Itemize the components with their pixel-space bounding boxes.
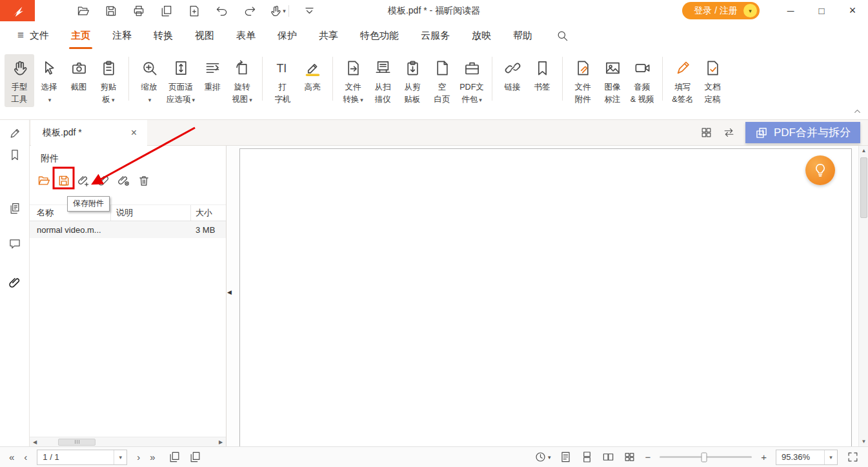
attachment-settings-button[interactable] — [116, 172, 132, 189]
from-scanner-button[interactable]: 从扫 描仪 — [368, 54, 398, 107]
single-page-view-button[interactable] — [560, 451, 572, 463]
tab-grid-button[interactable] — [700, 126, 712, 139]
typewriter-button[interactable]: 打 字机 — [268, 54, 298, 107]
doc-finalize-button[interactable]: 文档 定稿 — [698, 54, 727, 107]
tab-view[interactable]: 视图 — [195, 27, 214, 45]
first-page-button[interactable]: « — [9, 452, 14, 462]
reflow-button[interactable]: 重排 — [197, 54, 227, 95]
undo-button[interactable] — [214, 3, 230, 19]
zoom-button[interactable]: 缩放 ▾ — [134, 54, 164, 107]
assistant-bulb-button[interactable] — [805, 155, 835, 185]
collapse-ribbon-button[interactable] — [851, 106, 863, 115]
previous-page-button[interactable]: ‹ — [24, 452, 27, 462]
customize-quick-access-button[interactable] — [301, 3, 318, 19]
fullscreen-button[interactable] — [847, 451, 859, 463]
grid-view-button[interactable] — [623, 451, 636, 463]
tab-switch-button[interactable] — [723, 126, 735, 139]
zoom-level-select[interactable]: 95.36% ▾ — [776, 450, 838, 465]
auto-scroll-button[interactable]: ▾ — [534, 451, 551, 463]
tab-features[interactable]: 特色功能 — [360, 27, 399, 45]
attachment-row[interactable]: normal video.m... 3 MB — [30, 221, 226, 238]
close-button[interactable]: × — [837, 0, 868, 21]
page-caret-icon[interactable]: ▾ — [114, 450, 126, 464]
link-button[interactable]: 链接 — [498, 54, 527, 95]
pdf-page[interactable] — [239, 148, 852, 446]
select-tool-button[interactable]: 选择 ▾ — [34, 54, 64, 107]
snapshot-button[interactable]: 截图 — [64, 54, 94, 95]
redo-button[interactable] — [241, 3, 258, 19]
column-header-description[interactable]: 说明 — [111, 205, 191, 221]
open-file-button[interactable] — [75, 3, 92, 19]
vertical-scrollbar[interactable]: ▲ ▼ — [858, 146, 868, 446]
comments-panel-button[interactable] — [2, 232, 28, 255]
file-menu-button[interactable]: ≡ 文件 — [17, 29, 49, 42]
tab-comment[interactable]: 注释 — [112, 27, 132, 45]
audio-video-button[interactable]: 音频 & 视频 — [627, 54, 657, 107]
tab-protect[interactable]: 保护 — [278, 27, 297, 45]
tab-form[interactable]: 表单 — [236, 27, 256, 45]
pdf-merge-split-button[interactable]: PDF合并与拆分 — [745, 122, 860, 143]
open-attachment-button[interactable] — [35, 172, 52, 189]
scroll-left-icon[interactable]: ◀ — [30, 439, 40, 445]
previous-view-button[interactable] — [168, 451, 181, 463]
new-doc-button[interactable] — [186, 3, 203, 19]
zoom-in-button[interactable]: + — [761, 452, 767, 462]
image-annotation-button[interactable]: 图像 标注 — [598, 54, 627, 107]
blank-page-button[interactable]: 空 白页 — [427, 54, 457, 107]
login-register-button[interactable]: 登录 / 注册 ▾ — [682, 2, 760, 19]
rotate-view-button[interactable]: 旋转 视图▾ — [227, 54, 257, 107]
clipboard-button[interactable]: 剪贴 板▾ — [94, 54, 123, 107]
vertical-scrollbar-thumb[interactable] — [860, 157, 867, 218]
zoom-slider[interactable] — [660, 456, 752, 458]
page-number-input[interactable]: 1 / 1 ▾ — [37, 450, 127, 465]
zoom-out-button[interactable]: − — [645, 452, 651, 462]
maximize-button[interactable]: □ — [806, 0, 837, 21]
fill-sign-button[interactable]: 填写 &签名 — [668, 54, 698, 107]
from-clipboard-button[interactable]: 从剪 贴板 — [398, 54, 427, 107]
next-view-button[interactable] — [189, 451, 201, 463]
print-button[interactable] — [130, 3, 147, 19]
minimize-button[interactable]: ─ — [775, 0, 806, 21]
pages-panel-button[interactable] — [2, 197, 28, 220]
save-attachment-button[interactable] — [56, 172, 72, 189]
tab-convert[interactable]: 转换 — [154, 27, 173, 45]
bookmark-button[interactable]: 书签 — [527, 54, 557, 95]
quick-annotate-button[interactable] — [2, 122, 28, 145]
tab-share[interactable]: 共享 — [319, 27, 338, 45]
hand-tool-button[interactable]: 手型 工具 — [5, 54, 34, 107]
scroll-down-icon[interactable]: ▼ — [859, 439, 868, 444]
highlight-button[interactable]: 高亮 — [298, 54, 327, 95]
delete-attachment-button[interactable] — [136, 172, 152, 189]
scroll-right-icon[interactable]: ▶ — [216, 439, 226, 445]
tab-home[interactable]: 主页 — [71, 27, 90, 45]
tab-slideshow[interactable]: 放映 — [472, 27, 491, 45]
collapse-panel-handle[interactable]: ◀ — [227, 289, 232, 295]
horizontal-scrollbar-thumb[interactable] — [58, 439, 96, 446]
touch-mode-button[interactable]: ▾ — [269, 3, 286, 19]
last-page-button[interactable]: » — [150, 452, 155, 462]
column-header-size[interactable]: 大小 — [191, 205, 226, 221]
continuous-view-button[interactable] — [581, 451, 593, 463]
zoom-caret-icon[interactable]: ▾ — [824, 450, 837, 464]
next-page-button[interactable]: › — [137, 452, 140, 462]
page-fit-button[interactable]: 页面适 应选项▾ — [164, 54, 197, 107]
scroll-up-icon[interactable]: ▲ — [859, 148, 868, 154]
document-tab[interactable]: 模板.pdf * × — [31, 120, 147, 146]
duplicate-doc-button[interactable] — [158, 3, 175, 19]
tab-help[interactable]: 帮助 — [513, 27, 532, 45]
tab-cloud[interactable]: 云服务 — [421, 27, 450, 45]
file-convert-button[interactable]: 文件 转换▾ — [338, 54, 368, 107]
panel-horizontal-scrollbar[interactable]: ◀ ▶ — [30, 437, 226, 446]
foxit-logo[interactable] — [0, 0, 35, 21]
facing-view-button[interactable] — [602, 451, 614, 463]
attachments-panel-button[interactable] — [2, 271, 28, 294]
close-tab-icon[interactable]: × — [130, 127, 138, 139]
add-attachment-button[interactable] — [76, 172, 92, 189]
attach-file-button[interactable] — [96, 172, 112, 189]
bookmarks-panel-button[interactable] — [2, 143, 28, 166]
pdf-portfolio-button[interactable]: PDF文 件包▾ — [457, 54, 487, 107]
zoom-slider-thumb[interactable] — [701, 452, 707, 462]
save-button[interactable] — [103, 3, 119, 19]
file-attachment-button[interactable]: 文件 附件 — [568, 54, 598, 107]
search-button[interactable] — [554, 27, 571, 44]
